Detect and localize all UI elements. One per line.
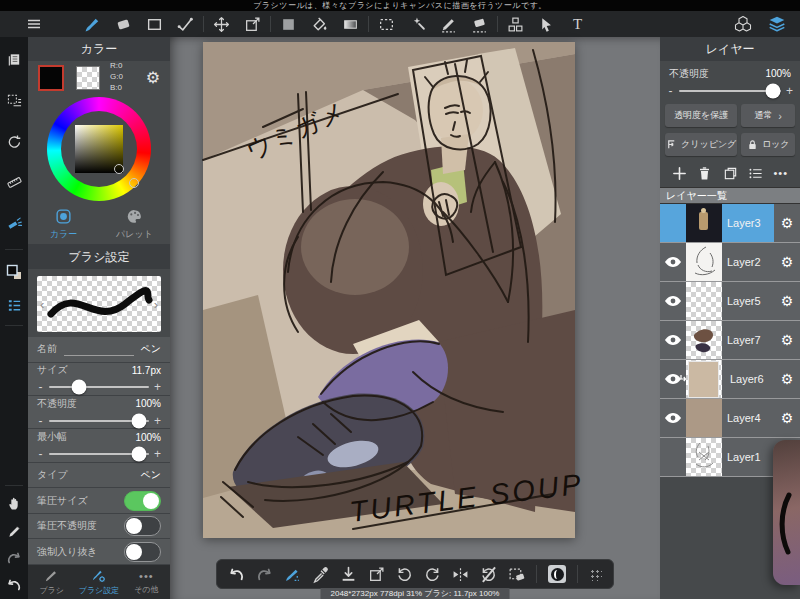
redo-button[interactable] bbox=[256, 566, 273, 583]
layer4-thumbnail[interactable] bbox=[686, 399, 722, 437]
flip-horizontal-button[interactable] bbox=[452, 566, 469, 583]
layer5-settings-button[interactable]: ⚙ bbox=[774, 282, 800, 320]
drawing-canvas[interactable]: ウミガメ TURTLE SOUP bbox=[203, 42, 575, 538]
taper-toggle[interactable] bbox=[124, 542, 161, 562]
select-pen-tool-button[interactable] bbox=[440, 16, 457, 33]
prev-brush-arrow[interactable]: ‹ bbox=[40, 297, 44, 312]
tab-color[interactable]: カラー bbox=[28, 205, 99, 244]
layer2-settings-button[interactable]: ⚙ bbox=[774, 243, 800, 281]
layer4-visibility-toggle[interactable] bbox=[660, 399, 686, 437]
hand-tool-button[interactable] bbox=[6, 495, 22, 511]
gradient-tool-button[interactable] bbox=[342, 16, 359, 33]
layer6-thumbnail[interactable] bbox=[686, 360, 722, 398]
ruler-button[interactable] bbox=[6, 174, 22, 190]
delete-layer-icon[interactable] bbox=[697, 166, 712, 181]
snap-tool-button[interactable] bbox=[177, 16, 194, 33]
text-tool-button[interactable]: T bbox=[569, 16, 586, 33]
layer-opacity-slider[interactable]: - + bbox=[660, 81, 800, 101]
undo-button[interactable] bbox=[228, 566, 245, 583]
layer7-settings-button[interactable]: ⚙ bbox=[774, 321, 800, 359]
layer-row-layer5[interactable]: Layer5 ⚙ bbox=[660, 282, 800, 321]
layer-row-layer4[interactable]: Layer4 ⚙ bbox=[660, 399, 800, 438]
brush-opacity-slider[interactable]: - + bbox=[37, 414, 161, 428]
fg-bg-color-button[interactable] bbox=[6, 264, 22, 280]
layer-list-icon[interactable] bbox=[748, 166, 763, 181]
floating-preview-overlay[interactable] bbox=[773, 440, 800, 585]
rotate-reset-button[interactable] bbox=[6, 133, 22, 149]
redo-rail-button[interactable] bbox=[6, 550, 22, 566]
canvas-workspace[interactable]: ウミガメ TURTLE SOUP bbox=[170, 37, 660, 599]
layer6-settings-button[interactable]: ⚙ bbox=[774, 360, 800, 398]
magic-wand-tool-button[interactable] bbox=[409, 16, 426, 33]
transparent-color-swatch[interactable] bbox=[76, 66, 100, 90]
layer-row-layer2[interactable]: Layer2 ⚙ bbox=[660, 243, 800, 282]
layer6-visibility-toggle[interactable] bbox=[660, 360, 686, 398]
layer7-visibility-toggle[interactable] bbox=[660, 321, 686, 359]
layer2-visibility-toggle[interactable] bbox=[660, 243, 686, 281]
layers-panel-toggle[interactable] bbox=[768, 16, 785, 33]
solid-fill-button[interactable] bbox=[280, 16, 297, 33]
divide-canvas-button[interactable] bbox=[507, 16, 524, 33]
rotate-cw-button[interactable] bbox=[424, 566, 441, 583]
eyedropper-button[interactable] bbox=[312, 566, 329, 583]
brush-minwidth-slider[interactable]: - + bbox=[37, 447, 161, 461]
brush-stroke-preview[interactable]: ‹ › bbox=[37, 276, 161, 332]
pressure-opacity-toggle[interactable] bbox=[124, 516, 161, 536]
sv-indicator[interactable] bbox=[114, 164, 124, 174]
toolbar-drag-handle-icon[interactable] bbox=[589, 568, 602, 581]
layer4-settings-button[interactable]: ⚙ bbox=[774, 399, 800, 437]
rotate-ccw-button[interactable] bbox=[396, 566, 413, 583]
layer3-thumbnail[interactable] bbox=[686, 204, 722, 242]
layer1-thumbnail[interactable] bbox=[686, 438, 722, 476]
layer2-thumbnail[interactable] bbox=[686, 243, 722, 281]
layer-row-layer3[interactable]: Layer3 ⚙ bbox=[660, 204, 800, 243]
export-button[interactable] bbox=[368, 566, 385, 583]
material-library-button[interactable] bbox=[734, 16, 751, 33]
add-layer-icon[interactable] bbox=[672, 166, 687, 181]
reset-rotation-button[interactable] bbox=[480, 566, 497, 583]
hue-indicator[interactable] bbox=[129, 178, 139, 188]
brush-type-row[interactable]: タイプ ペン bbox=[28, 463, 170, 489]
layer1-visibility-toggle[interactable] bbox=[660, 438, 686, 476]
next-brush-arrow[interactable]: › bbox=[154, 297, 158, 312]
layer7-thumbnail[interactable] bbox=[686, 321, 722, 359]
brush-tool-button[interactable] bbox=[84, 16, 101, 33]
object-select-button[interactable] bbox=[538, 16, 555, 33]
duplicate-layer-icon[interactable] bbox=[723, 166, 738, 181]
transform-tool-button[interactable] bbox=[244, 16, 261, 33]
tab-other[interactable]: ••• その他 bbox=[123, 565, 170, 599]
brush-size-slider[interactable]: - + bbox=[37, 380, 161, 394]
layer5-thumbnail[interactable] bbox=[686, 282, 722, 320]
pages-button[interactable] bbox=[6, 51, 22, 67]
layer-row-layer6[interactable]: Layer6 ⚙ bbox=[660, 360, 800, 399]
select-rect-tool-button[interactable] bbox=[378, 16, 395, 33]
layer5-visibility-toggle[interactable] bbox=[660, 282, 686, 320]
save-button[interactable] bbox=[340, 566, 357, 583]
brush-select-button[interactable] bbox=[284, 566, 301, 583]
layer-row-layer7[interactable]: Layer7 ⚙ bbox=[660, 321, 800, 360]
select-eraser-tool-button[interactable] bbox=[471, 16, 488, 33]
layer-quick-list-button[interactable] bbox=[6, 297, 22, 313]
undo-rail-button[interactable] bbox=[6, 577, 22, 593]
selection-options-button[interactable] bbox=[6, 92, 22, 108]
eraser-tool-button[interactable] bbox=[115, 16, 132, 33]
tab-brush[interactable]: ブラシ bbox=[28, 565, 75, 599]
lock-button[interactable]: ロック bbox=[741, 133, 795, 156]
deselect-button[interactable] bbox=[508, 566, 525, 583]
blend-mode-button[interactable]: 通常 › bbox=[741, 104, 795, 127]
tab-brush-settings[interactable]: ブラシ設定 bbox=[75, 565, 122, 599]
brush-preview-chip[interactable] bbox=[548, 565, 566, 583]
color-wheel[interactable] bbox=[28, 94, 170, 205]
rect-tool-button[interactable] bbox=[146, 16, 163, 33]
pressure-size-toggle[interactable] bbox=[124, 491, 161, 511]
primary-color-swatch[interactable] bbox=[38, 65, 64, 91]
eyedropper-rail-button[interactable] bbox=[6, 523, 22, 539]
tab-palette[interactable]: パレット bbox=[99, 205, 170, 244]
layer3-settings-button[interactable]: ⚙ bbox=[774, 204, 800, 242]
menu-button[interactable] bbox=[25, 16, 42, 33]
move-tool-button[interactable] bbox=[213, 16, 230, 33]
brush-name-row[interactable]: 名前 ペン bbox=[28, 337, 170, 363]
layer-more-icon[interactable]: ••• bbox=[773, 167, 788, 179]
color-settings-gear-icon[interactable]: ⚙ bbox=[146, 68, 160, 87]
clipping-button[interactable]: クリッピング bbox=[665, 133, 737, 156]
